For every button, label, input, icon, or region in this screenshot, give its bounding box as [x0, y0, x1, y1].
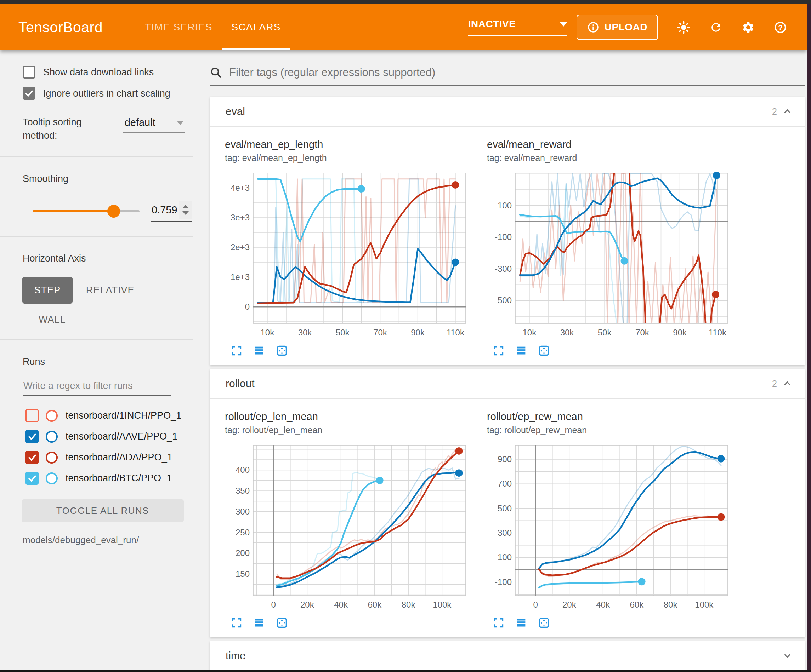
smoothing-value-input[interactable] [151, 204, 179, 216]
svg-text:1e+3: 1e+3 [231, 272, 250, 282]
refresh-icon[interactable] [709, 21, 723, 34]
section-header-time[interactable]: time [210, 641, 804, 670]
section-header-rollout[interactable]: rollout 2 [210, 369, 804, 398]
chart-toolbar [493, 345, 734, 357]
svg-text:70k: 70k [373, 328, 387, 337]
run-color-circle[interactable] [46, 410, 58, 422]
run-color-circle[interactable] [46, 472, 58, 484]
chart-tag: tag: rollout/ep_len_mean [225, 425, 472, 435]
chart-toolbar [231, 617, 472, 629]
section-header-eval[interactable]: eval 2 [210, 97, 804, 126]
run-row[interactable]: tensorboard/BTC/PPO_1 [25, 468, 193, 489]
svg-text:60k: 60k [368, 600, 382, 609]
runs-filter-input[interactable] [23, 380, 171, 392]
svg-text:-100: -100 [495, 577, 512, 587]
smoothing-slider-knob[interactable] [107, 205, 120, 218]
show-download-links-checkbox[interactable] [23, 66, 36, 79]
search-icon [210, 66, 222, 79]
pan-zoom-icon[interactable] [276, 617, 288, 629]
svg-text:90k: 90k [411, 328, 425, 337]
help-icon[interactable]: ? [774, 21, 787, 34]
data-table-icon[interactable] [253, 345, 265, 357]
stepper-up-icon [182, 205, 189, 208]
expand-chart-icon[interactable] [231, 617, 243, 629]
svg-text:-100: -100 [495, 232, 512, 242]
smoothing-slider[interactable] [32, 210, 139, 212]
upload-button-label: UPLOAD [604, 22, 647, 33]
axis-step-button[interactable]: STEP [22, 277, 73, 304]
svg-text:50k: 50k [336, 328, 350, 337]
data-table-icon[interactable] [515, 617, 527, 629]
expand-chart-icon[interactable] [493, 617, 505, 629]
section-title: eval [226, 105, 245, 117]
run-checkbox[interactable] [25, 430, 39, 443]
svg-text:80k: 80k [402, 600, 416, 609]
run-color-circle[interactable] [46, 452, 58, 464]
settings-gear-icon[interactable] [741, 21, 755, 34]
chart-canvas[interactable]: 10k30k50k70k90k110k100-100-300-500 [487, 169, 731, 340]
chart-canvas[interactable]: 10k30k50k70k90k110k01e+32e+33e+34e+3 [225, 169, 469, 340]
svg-text:110k: 110k [709, 328, 727, 337]
smoothing-slider-fill [32, 210, 113, 212]
scalar-chart: eval/mean_ep_length tag: eval/mean_ep_le… [210, 139, 472, 357]
page-layout: Show data download links Ignore outliers… [0, 50, 807, 670]
run-checkbox[interactable] [25, 472, 39, 485]
svg-text:60k: 60k [630, 600, 644, 609]
pan-zoom-icon[interactable] [538, 345, 550, 357]
data-table-icon[interactable] [253, 617, 265, 629]
header-actions: INACTIVE UPLOAD [468, 15, 787, 40]
run-row[interactable]: tensorboard/1INCH/PPO_1 [25, 405, 193, 426]
chart-tag: tag: eval/mean_ep_length [225, 153, 472, 163]
smoothing-control-row [32, 201, 193, 222]
svg-text:-500: -500 [495, 296, 512, 305]
ignore-outliers-row: Ignore outliers in chart scaling [23, 87, 193, 100]
expand-chart-icon[interactable] [231, 345, 243, 357]
chart-tag: tag: rollout/ep_rew_mean [487, 425, 734, 435]
tooltip-sorting-row: Tooltip sorting method: default [23, 115, 185, 142]
tooltip-sorting-dropdown[interactable]: default [123, 115, 185, 133]
brightness-icon[interactable] [677, 21, 690, 34]
run-color-circle[interactable] [46, 431, 58, 443]
svg-text:0: 0 [245, 302, 250, 311]
svg-text:100k: 100k [695, 600, 714, 609]
chart-toolbar [231, 345, 472, 357]
upload-button[interactable]: UPLOAD [577, 15, 658, 40]
axis-wall-button[interactable]: WALL [39, 314, 193, 325]
chevron-down-icon[interactable] [782, 650, 792, 661]
smoothing-value-field [151, 201, 192, 222]
sidebar-divider [0, 236, 193, 237]
svg-text:90k: 90k [673, 328, 687, 337]
show-download-links-row: Show data download links [23, 66, 193, 79]
run-row[interactable]: tensorboard/AAVE/PPO_1 [25, 426, 193, 447]
pan-zoom-icon[interactable] [276, 345, 288, 357]
run-row[interactable]: tensorboard/ADA/PPO_1 [25, 447, 193, 468]
svg-text:?: ? [778, 24, 782, 31]
tab-scalars[interactable]: SCALARS [222, 4, 290, 50]
pan-zoom-icon[interactable] [538, 617, 550, 629]
svg-text:100: 100 [497, 552, 512, 562]
tag-filter-input[interactable] [228, 66, 804, 79]
tab-time-series[interactable]: TIME SERIES [135, 4, 222, 50]
smoothing-stepper[interactable] [179, 201, 192, 219]
chart-title: eval/mean_ep_length [225, 139, 472, 151]
chart-title: rollout/ep_rew_mean [487, 411, 734, 423]
browser-chrome-strip [0, 0, 811, 4]
scalar-chart: rollout/ep_rew_mean tag: rollout/ep_rew_… [472, 411, 734, 629]
toggle-all-runs-button[interactable]: TOGGLE ALL RUNS [22, 499, 184, 522]
data-table-icon[interactable] [515, 345, 527, 357]
run-checkbox[interactable] [25, 409, 39, 422]
section-chart-count: 2 [772, 379, 777, 389]
run-checkbox[interactable] [25, 451, 39, 464]
svg-text:100k: 100k [433, 600, 451, 609]
chevron-up-icon[interactable] [782, 378, 792, 389]
chart-canvas[interactable]: 020k40k60k80k100k-100100300500700900 [487, 441, 731, 613]
runs-base-path: models/debugged_eval_run/ [23, 535, 193, 546]
chevron-down-icon [560, 22, 567, 27]
ignore-outliers-checkbox[interactable] [23, 87, 36, 100]
expand-chart-icon[interactable] [493, 345, 505, 357]
chevron-up-icon[interactable] [782, 106, 792, 117]
status-dropdown[interactable]: INACTIVE [468, 19, 567, 36]
chart-canvas[interactable]: 020k40k60k80k100k150200250300350400 [225, 441, 469, 613]
tooltip-sorting-value: default [125, 117, 156, 129]
axis-relative-button[interactable]: RELATIVE [86, 285, 134, 296]
